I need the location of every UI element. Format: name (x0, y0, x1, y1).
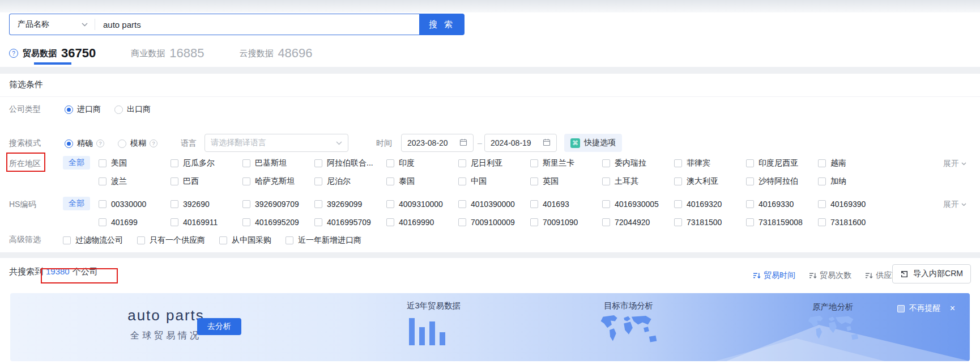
hs-code-checkbox-item[interactable]: 40169990 (386, 217, 458, 228)
hs-code-checkbox-item[interactable]: 392690 (171, 198, 242, 210)
hs-code-filter-row: HS编码 全部 00330000 392690 3926909709 39269… (9, 195, 971, 230)
sort-trade-count[interactable]: 贸易次数 (809, 270, 851, 281)
region-checkbox-item[interactable]: 厄瓜多尔 (171, 158, 242, 169)
search-button[interactable]: 搜 索 (419, 14, 465, 35)
hs-code-all-button[interactable]: 全部 (63, 197, 90, 210)
advanced-checkbox-item[interactable]: 只有一个供应商 (137, 235, 205, 246)
sort-trade-time[interactable]: 贸易时间 (753, 270, 795, 281)
page-background-strip (0, 0, 980, 12)
search-category-select[interactable]: 产品名称 (10, 19, 95, 29)
region-checkbox-item[interactable]: 印度 (386, 158, 458, 169)
close-icon[interactable]: × (950, 304, 955, 313)
hs-code-checkbox-item[interactable]: 70091090 (530, 217, 602, 228)
checkbox (458, 177, 466, 185)
region-checkbox-item[interactable]: 澳大利亚 (674, 176, 746, 187)
import-crm-button[interactable]: 导入内部CRM (892, 264, 971, 283)
hs-code-checkbox-item[interactable]: 40169390 (818, 198, 890, 210)
divider (0, 96, 980, 97)
region-checkbox-item[interactable]: 波兰 (99, 176, 171, 187)
region-checkbox-item[interactable]: 土耳其 (602, 176, 674, 187)
hs-code-checkbox-item[interactable]: 40169911 (171, 217, 242, 228)
advanced-checkbox-item[interactable]: 过滤物流公司 (63, 235, 123, 246)
info-icon[interactable]: ? (96, 139, 104, 147)
company-type-row: 公司类型 进口商 出口商 (9, 104, 971, 116)
region-checkbox-item[interactable]: 尼泊尔 (314, 176, 386, 187)
region-checkbox-item[interactable]: 美国 (99, 158, 171, 169)
hs-code-checkbox-item[interactable]: 4016930005 (602, 198, 674, 210)
hs-code-checkbox-item[interactable]: 4016995209 (242, 217, 314, 228)
radio-dot (118, 139, 126, 148)
checkbox (818, 177, 826, 185)
checkbox (386, 159, 394, 167)
language-select[interactable]: 请选择翻译语言 (204, 134, 348, 152)
sort-controls: 贸易时间 贸易次数 供应商数 (753, 270, 907, 281)
region-checkbox-item[interactable]: 越南 (818, 158, 890, 169)
hs-code-checkbox-item[interactable]: 3926909709 (242, 198, 314, 210)
tab-cloud-search-data[interactable]: 云搜数据 48696 (239, 43, 312, 64)
radio-importer[interactable]: 进口商 (65, 104, 101, 115)
checkbox-label: 40169911 (183, 218, 218, 227)
start-date-picker[interactable]: 2023-08-20 (401, 134, 474, 152)
hs-code-checkbox-item[interactable]: 39269099 (314, 198, 386, 210)
question-circle-icon[interactable]: ? (9, 49, 18, 58)
hs-code-checkbox-item[interactable]: 40169330 (746, 198, 818, 210)
checkbox (171, 177, 178, 185)
tab-business-data[interactable]: 商业数据 16885 (131, 43, 204, 64)
dismiss-checkbox[interactable] (897, 305, 905, 312)
region-checkbox-item[interactable]: 巴西 (171, 176, 242, 187)
end-date-picker[interactable]: 2024-08-19 (484, 134, 557, 152)
region-checkbox-row2: 波兰 巴西 哈萨克斯坦 尼泊尔 泰国 中国 (99, 176, 890, 187)
hs-code-checkbox-item[interactable]: 401699 (99, 217, 171, 228)
hs-code-checkbox-item[interactable]: 72044920 (602, 217, 674, 228)
region-checkbox-item[interactable]: 哈萨克斯坦 (242, 176, 314, 187)
checkbox (99, 218, 106, 226)
region-all-button[interactable]: 全部 (63, 156, 90, 170)
region-checkbox-item[interactable]: 尼日利亚 (458, 158, 530, 169)
tab-trade-data[interactable]: ? 贸易数据 36750 (9, 43, 96, 64)
hs-code-checkbox-item[interactable]: 4009310000 (386, 198, 458, 210)
region-checkbox-item[interactable]: 巴基斯坦 (242, 158, 314, 169)
radio-dot (65, 139, 73, 148)
region-checkbox-item[interactable]: 英国 (530, 176, 602, 187)
region-checkbox-item[interactable]: 斯里兰卡 (530, 158, 602, 169)
hs-code-expand-link[interactable]: 展开 (943, 200, 966, 210)
hs-code-checkbox-item[interactable]: 7009100009 (458, 217, 530, 228)
hs-code-checkbox-item[interactable]: 00330000 (99, 198, 171, 210)
banner-text-block: auto parts 全球贸易情况 (123, 307, 208, 342)
checkbox-label: 委内瑞拉 (615, 158, 646, 168)
feature-target-market-title: 目标市场分析 (604, 300, 653, 311)
hs-code-checkbox-item[interactable]: 4016995709 (314, 217, 386, 228)
expand-label: 展开 (943, 159, 959, 169)
hs-code-checkbox-item[interactable]: 73181500 (674, 217, 746, 228)
region-checkbox-item[interactable]: 菲律宾 (674, 158, 746, 169)
hs-code-checkbox-item[interactable]: 4010390000 (458, 198, 530, 210)
hs-code-checkbox-item[interactable]: 73181600 (818, 217, 890, 228)
advanced-checkbox-item[interactable]: 近一年新增进口商 (286, 235, 361, 246)
region-checkbox-item[interactable]: 印度尼西亚 (746, 158, 818, 169)
region-checkbox-item[interactable]: 泰国 (386, 176, 458, 187)
region-checkbox-item[interactable]: 阿拉伯联合... (314, 158, 386, 169)
region-checkbox-item[interactable]: 中国 (458, 176, 530, 187)
hs-code-checkbox-item[interactable]: 40169320 (674, 198, 746, 210)
radio-dot (114, 105, 123, 114)
hs-code-checkbox-item[interactable]: 401693 (530, 198, 602, 210)
quick-options-button[interactable]: ⌘ 快捷选项 (564, 134, 622, 152)
radio-fuzzy[interactable]: 模糊 ? (118, 138, 157, 149)
radio-exporter[interactable]: 出口商 (114, 104, 151, 115)
region-checkbox-item[interactable]: 加纳 (818, 176, 890, 187)
region-checkbox-item[interactable]: 沙特阿拉伯 (746, 176, 818, 187)
company-type-label: 公司类型 (9, 104, 41, 115)
radio-exact[interactable]: 精确 ? (65, 138, 104, 149)
import-crm-label: 导入内部CRM (913, 269, 963, 279)
advanced-checkbox-item[interactable]: 从中国采购 (219, 235, 271, 246)
hs-code-checkbox-item[interactable]: 7318159008 (746, 217, 818, 228)
checkbox-label: 尼日利亚 (471, 158, 502, 168)
checkbox (818, 159, 826, 167)
go-analyze-button[interactable]: 去分析 (197, 318, 241, 335)
advanced-filter-row: 高级筛选 过滤物流公司 只有一个供应商 从中国采购 近一年新增进口商 (9, 235, 971, 246)
region-expand-link[interactable]: 展开 (943, 159, 966, 169)
region-checkbox-item[interactable]: 委内瑞拉 (602, 158, 674, 169)
search-input[interactable] (95, 20, 419, 29)
info-icon[interactable]: ? (150, 139, 157, 147)
region-checkbox-row1: 美国 厄瓜多尔 巴基斯坦 阿拉伯联合... 印度 尼日利亚 (99, 158, 890, 169)
